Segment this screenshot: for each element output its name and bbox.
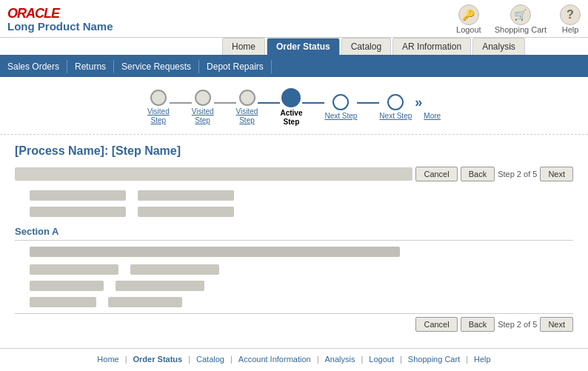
field-placeholder-2 [138,190,234,201]
process-title: [Process Name]: [Step Name] [15,144,573,158]
logout-icon: 🔑 [458,4,479,25]
step-2-circle [195,90,211,106]
tab-ar-information[interactable]: AR Information [392,38,471,55]
help-button[interactable]: ? Help [560,4,581,34]
field-placeholder-9 [30,297,96,307]
connector-3-4 [258,102,280,104]
field-placeholder-10 [108,297,182,307]
step-3-label[interactable]: VisitedStep [236,107,258,125]
field-placeholder-4 [138,207,234,217]
tab-order-status[interactable]: Order Status [267,38,340,55]
step-5-label[interactable]: Next Step [324,112,357,121]
subnav-service-requests[interactable]: Service Requests [114,60,199,73]
logout-button[interactable]: 🔑 Logout [456,4,481,34]
stepper-area: VisitedStep VisitedStep VisitedStep Acti… [0,77,588,135]
field-placeholder-7 [30,281,104,291]
connector-5-6 [357,102,379,104]
footer-logout[interactable]: Logout [369,355,394,364]
step-2[interactable]: VisitedStep [192,90,214,125]
subnav-depot-repairs[interactable]: Depot Repairs [199,60,272,73]
wide-placeholder-1 [30,247,400,257]
subnav-returns[interactable]: Returns [67,60,114,73]
footer-order-status[interactable]: Order Status [133,355,183,364]
step-5-circle [333,94,349,110]
product-name: Long Product Name [7,20,113,33]
tab-catalog[interactable]: Catalog [341,38,391,55]
step-4-circle [281,88,301,107]
next-button-top[interactable]: Next [540,167,573,181]
cancel-button-bottom[interactable]: Cancel [415,317,457,332]
step-4-label[interactable]: ActiveStep [280,109,302,127]
stepper: VisitedStep VisitedStep VisitedStep Acti… [147,88,441,127]
step-6-label[interactable]: Next Step [379,112,412,121]
header: ORACLE Long Product Name 🔑 Logout 🛒 Shop… [0,0,588,38]
content-area: [Process Name]: [Step Name] Cancel Back … [0,138,588,341]
step-more-label[interactable]: More [424,112,441,121]
help-icon: ? [560,4,581,25]
subnav-sales-orders[interactable]: Sales Orders [7,60,67,73]
cancel-button-top[interactable]: Cancel [415,167,457,181]
footer-help[interactable]: Help [474,355,491,364]
form-row-2 [15,207,573,217]
footer-catalog[interactable]: Catalog [196,355,224,364]
footer-analysis[interactable]: Analysis [325,355,355,364]
form-row-5 [15,297,573,307]
connector-2-3 [214,102,236,104]
logout-label[interactable]: Logout [456,25,481,34]
back-button-top[interactable]: Back [461,167,495,181]
step-3[interactable]: VisitedStep [236,90,258,125]
field-placeholder-5 [30,264,118,275]
field-placeholder-6 [130,264,219,275]
tab-analysis[interactable]: Analysis [472,38,525,55]
help-label[interactable]: Help [562,25,579,34]
header-icons: 🔑 Logout 🛒 Shopping Cart ? Help [456,4,581,34]
sub-nav: Sales Orders Returns Service Requests De… [0,56,588,77]
action-bar-bottom: Cancel Back Step 2 of 5 Next [15,313,573,335]
action-bar-filler [15,167,412,181]
footer-nav: Home | Order Status | Catalog | Account … [0,348,588,370]
step-1-circle [150,90,167,106]
next-button-bottom[interactable]: Next [540,317,573,332]
nav-tabs: Home Order Status Catalog AR Information… [0,38,588,56]
logo-area: ORACLE Long Product Name [7,6,113,33]
shopping-cart-button[interactable]: 🛒 Shopping Cart [495,4,547,34]
footer-home[interactable]: Home [97,355,118,364]
step-4-active[interactable]: ActiveStep [280,88,302,127]
connector-1-2 [170,102,192,104]
field-placeholder-8 [116,281,204,291]
step-3-circle [239,90,255,106]
step-6-circle [387,94,404,110]
oracle-logo: ORACLE [7,6,113,21]
connector-4-5 [302,102,324,104]
step-5[interactable]: Next Step [324,94,357,121]
section-a-title: Section A [15,226,573,241]
back-button-bottom[interactable]: Back [461,317,495,332]
tab-home[interactable]: Home [222,38,265,55]
field-placeholder-1 [30,190,126,201]
cart-label[interactable]: Shopping Cart [495,25,547,34]
step-1[interactable]: VisitedStep [147,90,170,125]
footer-shopping-cart[interactable]: Shopping Cart [408,355,460,364]
step-info-top: Step 2 of 5 [498,170,537,178]
action-bar-top: Cancel Back Step 2 of 5 Next [15,164,573,184]
step-info-bottom: Step 2 of 5 [498,320,537,329]
step-2-label[interactable]: VisitedStep [192,107,214,125]
form-row-1 [15,190,573,201]
footer-account-information[interactable]: Account Information [238,355,311,364]
form-row-3 [15,264,573,275]
form-row-4 [15,281,573,291]
step-1-label[interactable]: VisitedStep [147,107,170,125]
cart-icon: 🛒 [510,4,531,25]
step-more[interactable]: More [424,94,441,121]
step-6[interactable]: Next Step [379,94,412,121]
field-placeholder-3 [30,207,126,217]
